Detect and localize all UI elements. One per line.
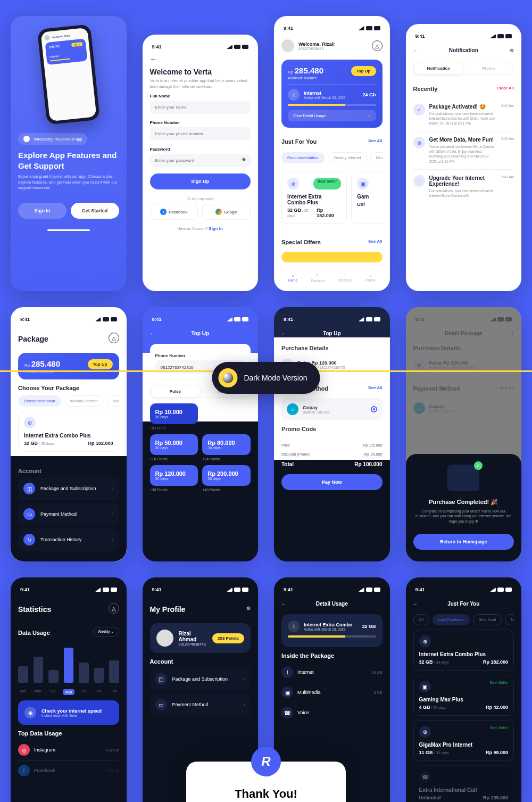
period-selector[interactable]: Weekly ⌄: [93, 627, 119, 636]
package-card[interactable]: ⊕Best Seller GigaMax Pro Internet 11 GB …: [413, 720, 514, 761]
google-button[interactable]: Google: [202, 204, 251, 220]
screen-package: 9:41 Package△ Rp 285.480Available balanc…: [11, 307, 127, 561]
bell-icon[interactable]: △: [109, 333, 119, 343]
tab-monthly[interactable]: Monthly Internet: [107, 395, 119, 407]
back-button[interactable]: ←: [150, 55, 251, 63]
profile-icon: ☺: [369, 274, 372, 277]
get-started-button[interactable]: Get Started: [71, 203, 119, 219]
screen-statistics: 9:41 Statistics△ Data UsageWeekly ⌄ SunM…: [11, 577, 127, 802]
back-button[interactable]: ←: [413, 601, 418, 607]
data-icon: ⊕: [413, 137, 425, 148]
tab-recommendation[interactable]: Recommendation: [281, 152, 325, 163]
avatar[interactable]: [281, 39, 294, 52]
card-icon: ▭: [155, 699, 167, 710]
speed-test-card[interactable]: ◉Check your internet speedInstant result…: [18, 700, 119, 725]
password-label: Password: [150, 147, 251, 152]
instagram-icon: ◎: [18, 744, 30, 756]
tab-notification[interactable]: Notification: [414, 62, 464, 75]
tab-monthly[interactable]: Monthly Internet: [370, 152, 383, 163]
menu-transaction-history[interactable]: ↻Transaction History›: [18, 528, 119, 551]
nav-statistics[interactable]: ⫯Statistics: [338, 274, 352, 283]
facebook-icon: f: [18, 765, 30, 776]
phone-input[interactable]: [150, 127, 251, 140]
menu-package-subscription[interactable]: ◫Package and Subscription›: [150, 668, 251, 690]
balance-card: Rp 285.480Available balance Top Up: [18, 353, 119, 379]
google-icon: [215, 209, 222, 215]
sign-up-button[interactable]: Sign Up: [150, 173, 251, 189]
package-card[interactable]: ▣Best Seller Gaming Max Plus 4 GB / 30 d…: [413, 675, 514, 716]
pay-now-button[interactable]: Pay Now: [281, 474, 383, 490]
package-card[interactable]: ⊕Best Seller Internet Extra Combo Plus 3…: [281, 172, 347, 224]
tab-night[interactable]: Night Internet Pac: [505, 614, 514, 625]
nav-home[interactable]: ⌂Home: [288, 274, 297, 283]
tab-promo[interactable]: Promo: [463, 62, 513, 75]
bell-icon[interactable]: △: [372, 40, 383, 51]
back-button[interactable]: ←: [281, 601, 286, 607]
amount-option[interactable]: Rp 200.00030 days: [202, 465, 251, 486]
sign-in-button[interactable]: Sign In: [18, 203, 66, 219]
back-button[interactable]: ←: [150, 331, 155, 336]
tab-best-deal[interactable]: Best Deal: [473, 614, 502, 625]
history-icon: ↻: [23, 534, 35, 545]
wifi-icon: ⊕: [287, 178, 299, 189]
package-card[interactable]: ▣ Gam Unl: [351, 172, 382, 224]
profile-card: Rizal Ahmad081227463847S 293 Points: [150, 623, 251, 653]
screen-purchase-complete: 9:41 ←Detail Package⤴ Purchase Details ◉…: [406, 307, 522, 561]
screen-home: 9:41 Welcome, Rizal!081227463847S △ Rp 2…: [274, 16, 390, 291]
tab-pulse[interactable]: Pulse: [151, 385, 201, 398]
screen-onboarding: Welcome, Rizal 285.480Top UpInternet Int…: [11, 16, 127, 291]
fullname-label: Full Name: [150, 94, 251, 98]
tab-all[interactable]: All: [413, 614, 429, 625]
notification-item[interactable]: ✓ Package Activated! 🤩Congratulations, y…: [413, 98, 514, 131]
screen-payment: 9:41 ←Top Up Purchase Details ◉Pulse Rp …: [274, 307, 390, 561]
menu-package-subscription[interactable]: ◫Package and Subscription›: [18, 477, 119, 500]
tab-weekly[interactable]: Weekly Internet: [328, 152, 367, 163]
dark-mode-badge: Dark Mode Version: [212, 362, 320, 394]
see-all-link[interactable]: See All: [368, 239, 382, 244]
top-up-button[interactable]: Top Up: [88, 359, 113, 369]
facebook-button[interactable]: fFacebook: [150, 204, 198, 220]
bell-icon[interactable]: △: [109, 603, 119, 614]
intro-banner: Introducing new provider app: [18, 133, 87, 145]
package-card[interactable]: ☎ Extra International Call UnlimitedRp 2…: [413, 765, 514, 802]
back-button[interactable]: ←: [413, 48, 418, 53]
nav-profile[interactable]: ☺Profile: [365, 274, 375, 283]
phone-mockup: Welcome, Rizal 285.480Top UpInternet: [37, 24, 100, 125]
package-card[interactable]: ⊕ Internet Extra Combo Plus 32 GB / 30 d…: [18, 411, 119, 452]
amount-option[interactable]: Rp 80.00030 days: [202, 434, 251, 455]
tab-recommendation[interactable]: Recommendation: [18, 395, 61, 407]
card-icon: ▭: [23, 508, 35, 520]
tab-last-purchase[interactable]: Last Purchase: [433, 614, 470, 625]
notification-item[interactable]: ↑ Upgrade Your Internet Experience!Congr…: [413, 170, 514, 203]
package-card[interactable]: ⊕ Internet Extra Combo Plus 32 GB / 30 d…: [413, 630, 514, 671]
see-all-link[interactable]: See All: [368, 385, 382, 390]
fullname-input[interactable]: [150, 101, 251, 114]
eye-icon[interactable]: 👁: [242, 157, 246, 162]
home-icon: ⌂: [292, 274, 294, 277]
notification-item[interactable]: ⊕ Get More Data, More Fun!You've activat…: [413, 131, 514, 169]
screen-just-for-you: 9:41 ←Just For You All Last Purchase Bes…: [406, 577, 522, 802]
amount-option[interactable]: Rp 50.00030 days: [150, 434, 198, 455]
view-detail-button[interactable]: View Detail Usage→: [288, 110, 376, 121]
gear-icon[interactable]: ⚙: [246, 606, 251, 611]
amount-option[interactable]: Rp 120.00030 days: [150, 465, 198, 486]
password-input[interactable]: [150, 154, 251, 167]
stats-icon: ⫯: [344, 274, 346, 277]
menu-payment-method[interactable]: ▭Payment Method›: [150, 693, 251, 716]
points-badge: 293 Points: [212, 633, 244, 643]
clear-all-button[interactable]: Clear All: [497, 86, 514, 90]
wifi-icon: ⊕: [419, 635, 431, 647]
return-home-button[interactable]: Return to Homepage: [413, 534, 514, 550]
see-all-link[interactable]: See All: [368, 138, 382, 143]
screens-grid: Welcome, Rizal 285.480Top UpInternet Int…: [11, 16, 521, 802]
tab-weekly[interactable]: Weekly Internet: [64, 395, 104, 407]
gear-icon[interactable]: ⚙: [510, 48, 514, 53]
radio-selected[interactable]: [371, 406, 377, 412]
nav-package[interactable]: ◫Package: [311, 274, 325, 283]
top-up-button[interactable]: Top Up: [351, 66, 376, 76]
package-icon: ◫: [316, 274, 320, 278]
signin-link[interactable]: Sign In: [209, 226, 223, 231]
amount-option[interactable]: Rp 10.00030 days: [150, 403, 198, 424]
back-button[interactable]: ←: [281, 331, 286, 336]
menu-payment-method[interactable]: ▭Payment Method›: [18, 503, 119, 525]
